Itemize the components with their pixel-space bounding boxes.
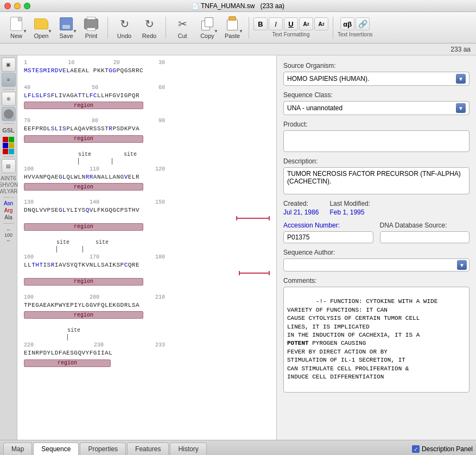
last-modified-label: Last Modified: (329, 200, 370, 207)
site-lines-6 (56, 246, 270, 254)
copy-button[interactable]: ▼ Copy (195, 14, 219, 41)
tab-map[interactable]: Map (3, 443, 32, 455)
underline-button[interactable]: U (284, 17, 298, 30)
tab-sequence[interactable]: Sequence (33, 443, 79, 455)
separator-2 (166, 17, 166, 39)
open-label: Open (34, 33, 49, 39)
source-organism-value: HOMO SAPIENS (HUMAN). (287, 75, 369, 83)
tab-history[interactable]: History (170, 443, 206, 455)
region-bar-6: region (24, 311, 143, 319)
italic-button[interactable]: I (269, 17, 283, 30)
sequence-class-arrow[interactable]: ▼ (456, 103, 466, 113)
print-icon (84, 16, 99, 31)
comments-label: Comments: (283, 277, 469, 285)
paste-button[interactable]: ▼ Paste (220, 14, 244, 41)
sequence-class-field: Sequence Class: UNA - unannotated ▼ (283, 91, 469, 115)
cut-button[interactable]: ✂ Cut (170, 14, 194, 41)
seq-group-7: 190200210 TPEGAEAKPWYEPIYLGGVFQLEKGDRLSA… (24, 294, 270, 319)
tab-properties[interactable]: Properties (80, 443, 126, 455)
accession-input[interactable]: P01375 (283, 231, 373, 243)
seq-author-input[interactable]: ▼ (283, 258, 469, 271)
redo-button[interactable]: ↻ Redo (137, 14, 161, 41)
gsl-label: GSL (2, 127, 15, 134)
lt-sep-4 (3, 197, 14, 198)
text-insertions-label: Text Insertions (338, 31, 372, 37)
description-input[interactable] (283, 167, 469, 194)
view-btn-3[interactable]: ⊕ (2, 92, 16, 106)
region-bar-7: region (24, 359, 111, 367)
seq-line-8: EINRPDYLDFAESGQVYFGIIAL (24, 349, 270, 358)
superscript-button[interactable]: A2 (299, 17, 313, 30)
dna-db-field: DNA Database Source: (380, 222, 470, 243)
num-row-8: 220230233 (24, 342, 165, 348)
lt-sep-2 (3, 123, 14, 124)
aa-legend: AINT6 SHVON WLYAR (0, 175, 18, 195)
comments-field: Comments: -!- FUNCTION: CYTOKINE WITH A … (283, 277, 469, 393)
ruler-btn[interactable]: ▤ (2, 159, 16, 173)
region-bar-1: region (24, 102, 143, 109)
titlebar: 📄 TNFA_HUMAN.sw (233 aa) (0, 0, 476, 12)
dna-db-label: DNA Database Source: (380, 222, 470, 229)
separator-1 (107, 17, 108, 39)
view-btn-1[interactable]: ▣ (2, 58, 16, 72)
created-label: Created: (283, 200, 319, 207)
sequence-panel: ▣ ≡ ⊕ GSL (0, 55, 277, 440)
site-lines-4 (78, 158, 270, 166)
open-button[interactable]: ▼ Open (29, 14, 53, 41)
region-bar-2: region (24, 135, 143, 143)
product-input[interactable] (283, 130, 469, 152)
clamp-5 (24, 216, 270, 222)
separator-4 (333, 17, 333, 39)
bold-button[interactable]: B (253, 17, 268, 30)
text-formatting-label: Text Formatting (272, 31, 310, 37)
num-row-7: 190200210 (24, 294, 165, 300)
greek-insert-button[interactable]: αβ (340, 17, 354, 30)
view-btn-2[interactable]: ≡ (2, 73, 16, 87)
right-panel: Source Organism: HOMO SAPIENS (HUMAN). ▼… (277, 55, 476, 440)
description-field: Description: (283, 157, 469, 194)
tab-features[interactable]: Features (127, 443, 169, 455)
lt-sep-5 (3, 223, 14, 224)
sequence-class-label: Sequence Class: (283, 91, 469, 99)
print-button[interactable]: Print (79, 14, 103, 41)
source-organism-select[interactable]: HOMO SAPIENS (HUMAN). ▼ (283, 72, 469, 86)
source-organism-arrow[interactable]: ▼ (456, 74, 466, 84)
status-bar-top: 233 aa (0, 43, 476, 55)
save-button[interactable]: ▼ Save (54, 14, 78, 41)
color-palette (3, 137, 14, 154)
clamp-6 (24, 270, 270, 277)
redo-icon: ↻ (142, 16, 157, 31)
view-btn-4[interactable] (2, 107, 16, 121)
region-bar-5: region (24, 278, 143, 286)
desc-panel-checkbox[interactable]: ✓ (412, 445, 420, 453)
source-organism-label: Source Organism: (283, 62, 469, 69)
sequence-class-value: UNA - unannotated (287, 104, 342, 112)
modified-block: Last Modified: Feb 1, 1995 (329, 200, 370, 216)
num-row-5: 130140150 (24, 199, 165, 205)
num-row-2: 405060 (24, 85, 165, 91)
main-content: ▣ ≡ ⊕ GSL (0, 55, 476, 440)
seq-group-5: 130140150 DNQLVVPSEGLYLIYSQVLFKGQGCPSTHV… (24, 199, 270, 231)
close-button[interactable] (4, 3, 11, 9)
accession-field: Accession Number: P01375 (283, 222, 373, 243)
num-row-1: 1102030 (24, 60, 165, 66)
new-button[interactable]: ▼ New (4, 14, 28, 41)
seq-author-arrow[interactable]: ▼ (457, 260, 467, 270)
link-insert-button[interactable]: 🔗 (356, 17, 370, 30)
undo-button[interactable]: ↺ Undo (112, 14, 136, 41)
created-value: Jul 21, 1986 (283, 208, 319, 216)
copy-label: Copy (200, 33, 214, 39)
accession-row: Accession Number: P01375 DNA Database So… (283, 222, 469, 243)
maximize-button[interactable] (24, 3, 30, 9)
description-label: Description: (283, 157, 469, 165)
window-controls[interactable] (4, 3, 30, 9)
subscript-button[interactable]: A2 (314, 17, 328, 30)
scissors-icon: ✂ (175, 16, 190, 31)
desc-panel-label: Description Panel (422, 445, 473, 453)
comments-input[interactable]: -!- FUNCTION: CYTOKINE WITH A WIDE VARIE… (283, 287, 469, 393)
minimize-button[interactable] (14, 3, 21, 9)
sequence-class-select[interactable]: UNA - unannotated ▼ (283, 101, 469, 115)
bottom-tabs: Map Sequence Properties Features History… (0, 440, 476, 455)
dna-db-input[interactable] (380, 231, 470, 243)
sequence-display[interactable]: 1102030 MSTESMIRDVELAEEAL PKKTGGPQGSRRC … (17, 55, 276, 440)
